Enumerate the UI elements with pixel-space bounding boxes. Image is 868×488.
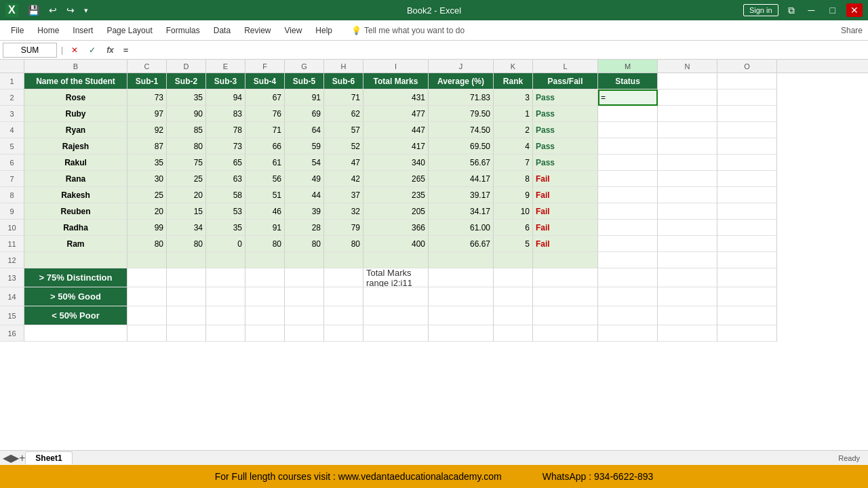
cell-o14[interactable] [717, 287, 777, 306]
cell-d13[interactable] [167, 268, 206, 287]
cell-h4[interactable]: 57 [324, 122, 363, 138]
add-sheet-button[interactable]: + [19, 452, 25, 464]
cell-l12[interactable] [533, 252, 598, 268]
cell-m13[interactable] [598, 268, 658, 287]
cell-n14[interactable] [658, 287, 717, 306]
cell-e1[interactable]: Sub-3 [206, 73, 245, 89]
cell-l11[interactable]: Fail [533, 236, 598, 252]
cell-o7[interactable] [717, 171, 777, 187]
cell-b9[interactable]: Reuben [24, 203, 127, 220]
col-header-k[interactable]: K [494, 60, 533, 73]
cell-o5[interactable] [717, 138, 777, 155]
cell-k14[interactable] [494, 287, 533, 306]
cell-l5[interactable]: Pass [533, 138, 598, 155]
menu-review[interactable]: Review [239, 23, 276, 38]
cell-i12[interactable] [363, 252, 429, 268]
cell-g11[interactable]: 80 [285, 236, 324, 252]
cell-k8[interactable]: 9 [494, 187, 533, 203]
cell-n7[interactable] [658, 171, 717, 187]
cell-k10[interactable]: 6 [494, 220, 533, 236]
cell-i10[interactable]: 366 [363, 220, 429, 236]
cell-i16[interactable] [363, 325, 429, 342]
cell-g16[interactable] [285, 325, 324, 342]
cell-d14[interactable] [167, 287, 206, 306]
cell-g2[interactable]: 91 [285, 89, 324, 106]
cell-l14[interactable] [533, 287, 598, 306]
cell-o1[interactable] [717, 73, 777, 89]
cell-g4[interactable]: 64 [285, 122, 324, 138]
cell-j2[interactable]: 71.83 [429, 89, 494, 106]
cell-j9[interactable]: 34.17 [429, 203, 494, 220]
cell-k16[interactable] [494, 325, 533, 342]
cell-e10[interactable]: 35 [206, 220, 245, 236]
cell-d5[interactable]: 80 [167, 138, 206, 155]
cell-f4[interactable]: 71 [245, 122, 285, 138]
cell-k5[interactable]: 4 [494, 138, 533, 155]
cell-e6[interactable]: 65 [206, 155, 245, 171]
cell-e5[interactable]: 73 [206, 138, 245, 155]
name-box[interactable] [3, 43, 57, 58]
cell-j3[interactable]: 79.50 [429, 106, 494, 122]
cell-b8[interactable]: Rakesh [24, 187, 127, 203]
cell-g7[interactable]: 49 [285, 171, 324, 187]
cell-e11[interactable]: 0 [206, 236, 245, 252]
cell-g3[interactable]: 69 [285, 106, 324, 122]
cell-b5[interactable]: Rajesh [24, 138, 127, 155]
cell-n15[interactable] [658, 306, 717, 325]
minimize-button[interactable]: ─ [804, 3, 819, 17]
cell-d12[interactable] [167, 252, 206, 268]
prev-sheet-button[interactable]: ◀ [3, 451, 11, 464]
cell-i13[interactable]: Total Marks range i2:i11 [363, 268, 429, 287]
cell-f14[interactable] [245, 287, 285, 306]
cell-h3[interactable]: 62 [324, 106, 363, 122]
cell-i2[interactable]: 431 [363, 89, 429, 106]
close-button[interactable]: ✕ [846, 3, 863, 17]
cell-l13[interactable] [533, 268, 598, 287]
cell-i15[interactable] [363, 306, 429, 325]
col-header-e[interactable]: E [206, 60, 245, 73]
cell-h15[interactable] [324, 306, 363, 325]
cell-m9[interactable] [598, 203, 658, 220]
tell-me-input[interactable]: 💡 Tell me what you want to do [351, 26, 465, 35]
cell-c5[interactable]: 87 [127, 138, 167, 155]
cell-c6[interactable]: 35 [127, 155, 167, 171]
cell-l16[interactable] [533, 325, 598, 342]
menu-insert[interactable]: Insert [67, 23, 98, 38]
cell-l15[interactable] [533, 306, 598, 325]
customize-icon[interactable]: ▾ [81, 5, 91, 16]
cell-k12[interactable] [494, 252, 533, 268]
menu-view[interactable]: View [279, 23, 308, 38]
share-button[interactable]: Share [841, 26, 863, 35]
cell-l2[interactable]: Pass [533, 89, 598, 106]
cell-k6[interactable]: 7 [494, 155, 533, 171]
cell-d4[interactable]: 85 [167, 122, 206, 138]
cell-l3[interactable]: Pass [533, 106, 598, 122]
cell-h11[interactable]: 80 [324, 236, 363, 252]
cell-h5[interactable]: 52 [324, 138, 363, 155]
cell-n10[interactable] [658, 220, 717, 236]
col-header-c[interactable]: C [127, 60, 167, 73]
cell-g12[interactable] [285, 252, 324, 268]
cell-l10[interactable]: Fail [533, 220, 598, 236]
insert-function-button[interactable]: fx [102, 44, 118, 56]
cell-i11[interactable]: 400 [363, 236, 429, 252]
cell-o2[interactable] [717, 89, 777, 106]
cell-i7[interactable]: 265 [363, 171, 429, 187]
cell-j6[interactable]: 56.67 [429, 155, 494, 171]
cell-d2[interactable]: 35 [167, 89, 206, 106]
cell-f7[interactable]: 56 [245, 171, 285, 187]
sheet-tab-sheet1[interactable]: Sheet1 [25, 451, 72, 464]
cell-g9[interactable]: 39 [285, 203, 324, 220]
menu-help[interactable]: Help [310, 23, 338, 38]
cell-o16[interactable] [717, 325, 777, 342]
cell-c3[interactable]: 97 [127, 106, 167, 122]
cell-n9[interactable] [658, 203, 717, 220]
maximize-button[interactable]: □ [826, 3, 840, 17]
cell-j14[interactable] [429, 287, 494, 306]
cell-j7[interactable]: 44.17 [429, 171, 494, 187]
cell-h7[interactable]: 42 [324, 171, 363, 187]
cell-j12[interactable] [429, 252, 494, 268]
cell-i4[interactable]: 447 [363, 122, 429, 138]
cell-e7[interactable]: 63 [206, 171, 245, 187]
cell-g10[interactable]: 28 [285, 220, 324, 236]
